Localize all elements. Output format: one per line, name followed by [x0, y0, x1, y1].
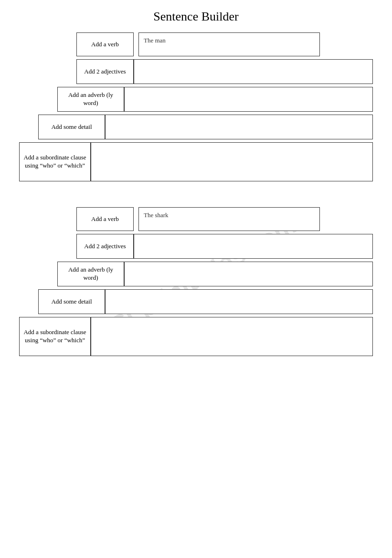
- section1-row4: Add some detail: [38, 115, 373, 139]
- section1-adj-input[interactable]: [134, 59, 373, 84]
- section1-adverb-input[interactable]: [124, 87, 373, 112]
- section2-row4: Add some detail: [38, 289, 373, 314]
- section1-row2: Add 2 adjectives: [76, 59, 373, 84]
- section2-adj-label: Add 2 adjectives: [76, 234, 134, 259]
- section1-sub-input[interactable]: [91, 142, 373, 181]
- section2-starter-text: The shark: [144, 211, 169, 219]
- section1-detail-label: Add some detail: [38, 115, 105, 139]
- section1-sub-label: Add a subordinate clause using “who” or …: [19, 142, 91, 181]
- exercise-section-1: Add a verb The man Add 2 adjectives Add …: [19, 32, 373, 181]
- section1-adverb-label: Add an adverb (ly word): [57, 87, 124, 112]
- section1-verb-input[interactable]: The man: [138, 32, 320, 56]
- section2-row3: Add an adverb (ly word): [57, 262, 373, 286]
- section2-verb-label: Add a verb: [76, 207, 134, 231]
- section1-row1: Add a verb The man: [76, 32, 373, 56]
- section2-row5: Add a subordinate clause using “who” or …: [19, 317, 373, 356]
- section2-detail-label: Add some detail: [38, 289, 105, 314]
- section2-verb-input[interactable]: The shark: [138, 207, 320, 231]
- section1-starter-text: The man: [144, 37, 166, 44]
- section1-verb-label: Add a verb: [76, 32, 134, 56]
- section2-row1: Add a verb The shark: [76, 207, 373, 231]
- section2-adj-input[interactable]: [134, 234, 373, 259]
- section2-sub-label: Add a subordinate clause using “who” or …: [19, 317, 91, 356]
- section2-row2: Add 2 adjectives: [76, 234, 373, 259]
- section1-row5: Add a subordinate clause using “who” or …: [19, 142, 373, 181]
- section1-row3: Add an adverb (ly word): [57, 87, 373, 112]
- section1-detail-input[interactable]: [105, 115, 373, 139]
- section1-adj-label: Add 2 adjectives: [76, 59, 134, 84]
- section2-adverb-input[interactable]: [124, 262, 373, 286]
- page-title: Sentence Builder: [19, 10, 373, 24]
- section2-detail-input[interactable]: [105, 289, 373, 314]
- section2-sub-input[interactable]: [91, 317, 373, 356]
- exercise-section-2: Add a verb The shark Add 2 adjectives Ad…: [19, 207, 373, 356]
- section2-adverb-label: Add an adverb (ly word): [57, 262, 124, 286]
